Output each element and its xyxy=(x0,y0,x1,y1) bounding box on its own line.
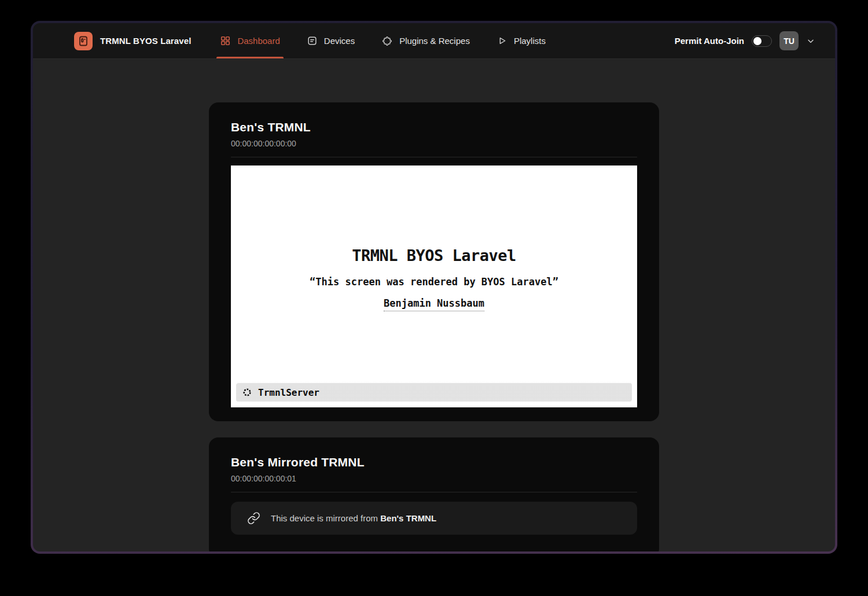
tab-label: Plugins & Recipes xyxy=(399,36,470,46)
brand[interactable]: TRMNL BYOS Laravel xyxy=(74,32,191,50)
tab-label: Dashboard xyxy=(237,36,279,46)
screen-quote: “This screen was rendered by BYOS Larave… xyxy=(231,276,637,288)
screen-status-bar: TrmnlServer xyxy=(236,383,632,402)
dashboard-content: Ben's TRMNL 00:00:00:00:00:00 TRMNL BYOS… xyxy=(33,59,835,551)
grid-icon xyxy=(220,35,231,46)
mirror-notice: This device is mirrored from Ben's TRMNL xyxy=(231,502,637,535)
permit-auto-join-toggle[interactable] xyxy=(752,35,772,47)
tab-label: Devices xyxy=(324,36,355,46)
chevron-down-icon[interactable] xyxy=(806,36,815,46)
tab-playlists[interactable]: Playlists xyxy=(496,23,546,58)
mirror-notice-prefix: This device is mirrored from xyxy=(271,513,380,523)
device-list-icon xyxy=(307,35,318,46)
nav-tabs: Dashboard Devices xyxy=(220,23,546,58)
eink-screen-preview: TRMNL BYOS Laravel “This screen was rend… xyxy=(231,165,637,407)
trmnl-device-icon xyxy=(76,34,90,48)
puzzle-icon xyxy=(381,35,393,47)
device-mac-address: 00:00:00:00:00:01 xyxy=(231,474,637,483)
status-bar-label: TrmnlServer xyxy=(258,387,319,398)
device-name: Ben's TRMNL xyxy=(231,120,637,135)
navbar-right: Permit Auto-Join TU xyxy=(675,31,815,50)
mirror-notice-text: This device is mirrored from Ben's TRMNL xyxy=(271,513,436,523)
tab-devices[interactable]: Devices xyxy=(307,23,355,58)
toggle-knob xyxy=(753,37,762,45)
device-mac-address: 00:00:00:00:00:00 xyxy=(231,139,637,148)
screen-title: TRMNL BYOS Laravel xyxy=(231,165,637,264)
link-icon xyxy=(247,512,260,525)
tab-label: Playlists xyxy=(514,36,546,46)
divider xyxy=(231,492,637,492)
permit-auto-join-label: Permit Auto-Join xyxy=(675,36,744,46)
user-avatar[interactable]: TU xyxy=(779,31,799,50)
trmnl-logo xyxy=(74,32,93,50)
device-name: Ben's Mirrored TRMNL xyxy=(231,455,637,470)
device-card-bens-mirrored-trmnl: Ben's Mirrored TRMNL 00:00:00:00:00:01 T… xyxy=(209,437,659,551)
play-icon xyxy=(496,35,507,46)
device-card-bens-trmnl: Ben's TRMNL 00:00:00:00:00:00 TRMNL BYOS… xyxy=(209,102,659,421)
app-window-frame: TRMNL BYOS Laravel Dashboard xyxy=(31,21,837,554)
app-window: TRMNL BYOS Laravel Dashboard xyxy=(33,23,835,551)
top-navbar: TRMNL BYOS Laravel Dashboard xyxy=(33,23,835,59)
divider xyxy=(231,157,637,157)
spinner-icon xyxy=(242,387,252,398)
tab-plugins-recipes[interactable]: Plugins & Recipes xyxy=(381,23,470,58)
tab-dashboard[interactable]: Dashboard xyxy=(220,23,279,58)
brand-title: TRMNL BYOS Laravel xyxy=(100,36,191,46)
author-link[interactable]: Benjamin Nussbaum xyxy=(384,297,484,311)
mirror-source-device: Ben's TRMNL xyxy=(380,513,436,523)
screen-author-row: Benjamin Nussbaum xyxy=(231,297,637,311)
